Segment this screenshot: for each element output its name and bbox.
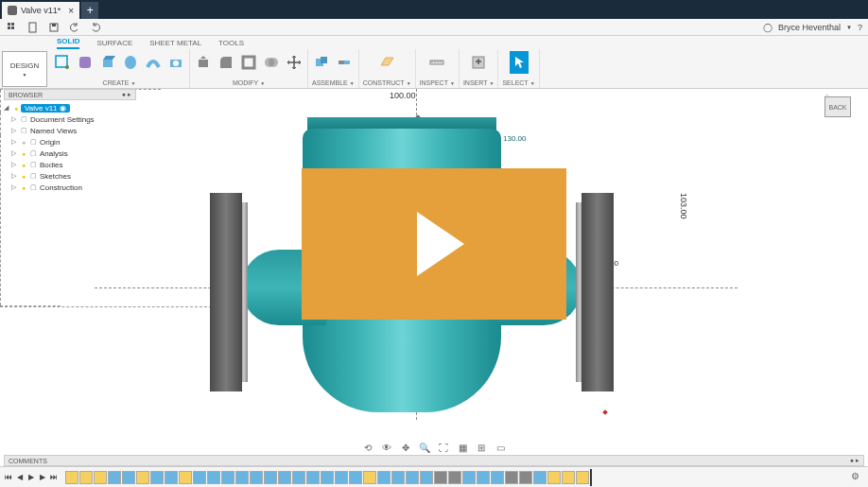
- timeline-feature[interactable]: [193, 471, 206, 484]
- viewport-icon[interactable]: ▭: [494, 441, 507, 454]
- construct-label[interactable]: CONSTRUCT: [363, 79, 411, 86]
- timeline-feature[interactable]: [562, 471, 575, 484]
- grid-settings-icon[interactable]: ⊞: [475, 441, 488, 454]
- tab-surface[interactable]: SURFACE: [96, 39, 132, 49]
- timeline-feature[interactable]: [292, 471, 305, 484]
- timeline-extrude-feature[interactable]: [122, 471, 135, 484]
- user-dropdown-icon[interactable]: ▼: [846, 25, 852, 30]
- tree-item-document-settings[interactable]: ▷Document Settings: [4, 113, 136, 125]
- tree-item-construction[interactable]: ▷Construction: [4, 182, 136, 193]
- timeline-feature[interactable]: [335, 471, 348, 484]
- timeline-feature[interactable]: [448, 471, 461, 484]
- timeline-feature[interactable]: [207, 471, 220, 484]
- inspect-label[interactable]: INSPECT: [420, 79, 455, 86]
- timeline-back-icon[interactable]: ◀: [15, 472, 25, 483]
- close-tab-icon[interactable]: ×: [68, 6, 74, 16]
- timeline-cursor[interactable]: [590, 469, 592, 486]
- timeline-feature[interactable]: [434, 471, 447, 484]
- plane-icon[interactable]: [377, 51, 396, 74]
- timeline-feature[interactable]: [264, 471, 277, 484]
- timeline-feature[interactable]: [505, 471, 518, 484]
- timeline-feature[interactable]: [321, 471, 334, 484]
- timeline-feature[interactable]: [278, 471, 291, 484]
- timeline-settings-icon[interactable]: ⚙: [851, 471, 864, 484]
- help-icon[interactable]: ?: [858, 23, 862, 32]
- measure-icon[interactable]: [427, 51, 446, 74]
- display-settings-icon[interactable]: ▦: [456, 441, 469, 454]
- viewcube-face[interactable]: BACK: [825, 96, 851, 117]
- timeline-feature[interactable]: [462, 471, 476, 484]
- new-component-icon[interactable]: [312, 51, 331, 74]
- insert-label[interactable]: INSERT: [463, 79, 495, 86]
- timeline-feature[interactable]: [306, 471, 320, 484]
- user-name[interactable]: Bryce Heventhal: [778, 23, 841, 32]
- comments-panel-header[interactable]: COMMENTS● ▸: [4, 455, 864, 466]
- timeline-feature[interactable]: [576, 471, 589, 484]
- timeline-feature[interactable]: [363, 471, 376, 484]
- new-tab-button[interactable]: +: [81, 2, 98, 19]
- undo-icon[interactable]: [68, 21, 81, 34]
- sweep-icon[interactable]: [144, 51, 163, 74]
- create-label[interactable]: CREATE: [103, 79, 136, 86]
- timeline-feature[interactable]: [420, 471, 433, 484]
- tree-item-sketches[interactable]: ▷Sketches: [4, 170, 136, 182]
- tree-item-analysis[interactable]: ▷Analysis: [4, 148, 136, 159]
- new-sketch-icon[interactable]: [53, 51, 72, 74]
- timeline-feature[interactable]: [250, 471, 263, 484]
- dimension-value[interactable]: 130.00: [501, 134, 528, 143]
- hole-icon[interactable]: [166, 51, 185, 74]
- select-icon[interactable]: [510, 51, 529, 74]
- extrude-icon[interactable]: [98, 51, 117, 74]
- timeline-sketch-feature[interactable]: [94, 471, 107, 484]
- tab-tools[interactable]: TOOLS: [218, 39, 244, 49]
- create-form-icon[interactable]: [76, 51, 95, 74]
- timeline-feature[interactable]: [179, 471, 192, 484]
- orbit-icon[interactable]: ⟲: [361, 441, 374, 454]
- tree-item-named-views[interactable]: ▷Named Views: [4, 125, 136, 136]
- fit-icon[interactable]: ⛶: [437, 441, 450, 454]
- redo-icon[interactable]: [89, 21, 102, 34]
- dimension-value[interactable]: 103.00: [677, 193, 690, 219]
- timeline-sketch-feature[interactable]: [136, 471, 149, 484]
- timeline-end-icon[interactable]: ⏭: [49, 472, 59, 483]
- tab-solid[interactable]: SOLID: [57, 37, 79, 49]
- document-tab[interactable]: Valve v11* ×: [2, 2, 79, 19]
- timeline-feature[interactable]: [165, 471, 178, 484]
- move-icon[interactable]: [285, 51, 304, 74]
- timeline-feature[interactable]: [547, 471, 561, 484]
- tree-root-item[interactable]: ◢ Valve v11 ◉: [4, 102, 136, 113]
- revolve-icon[interactable]: [121, 51, 140, 74]
- timeline-feature[interactable]: [391, 471, 405, 484]
- file-icon[interactable]: [26, 21, 40, 34]
- look-icon[interactable]: 👁: [380, 441, 393, 454]
- timeline-feature[interactable]: [150, 471, 164, 484]
- timeline-forward-icon[interactable]: ▶: [26, 472, 36, 483]
- timeline-feature[interactable]: [349, 471, 362, 484]
- app-grid-icon[interactable]: [6, 21, 19, 34]
- tab-sheet-metal[interactable]: SHEET METAL: [149, 39, 201, 49]
- timeline-feature[interactable]: [377, 471, 391, 484]
- fillet-icon[interactable]: [217, 51, 235, 74]
- workspace-switcher[interactable]: DESIGN: [2, 51, 47, 87]
- extensions-icon[interactable]: ◯: [763, 23, 773, 32]
- dimension-value[interactable]: 100.00: [388, 91, 418, 100]
- browser-header[interactable]: BROWSER● ▸: [4, 89, 136, 100]
- press-pull-icon[interactable]: [194, 51, 213, 74]
- timeline-play-icon[interactable]: ▶: [38, 472, 47, 483]
- pan-icon[interactable]: ✥: [399, 441, 412, 454]
- combine-icon[interactable]: [262, 51, 281, 74]
- timeline-feature[interactable]: [491, 471, 504, 484]
- timeline-feature[interactable]: [406, 471, 419, 484]
- timeline-extrude-feature[interactable]: [108, 471, 121, 484]
- timeline-sketch-feature[interactable]: [79, 471, 93, 484]
- insert-icon[interactable]: [469, 51, 488, 74]
- timeline-feature[interactable]: [519, 471, 532, 484]
- viewcube[interactable]: BACK: [821, 93, 855, 121]
- timeline-feature[interactable]: [221, 471, 234, 484]
- shell-icon[interactable]: [239, 51, 258, 74]
- zoom-icon[interactable]: 🔍: [418, 441, 431, 454]
- tree-item-bodies[interactable]: ▷Bodies: [4, 159, 136, 170]
- timeline-feature[interactable]: [533, 471, 547, 484]
- timeline-feature[interactable]: [235, 471, 249, 484]
- timeline-sketch-feature[interactable]: [65, 471, 78, 484]
